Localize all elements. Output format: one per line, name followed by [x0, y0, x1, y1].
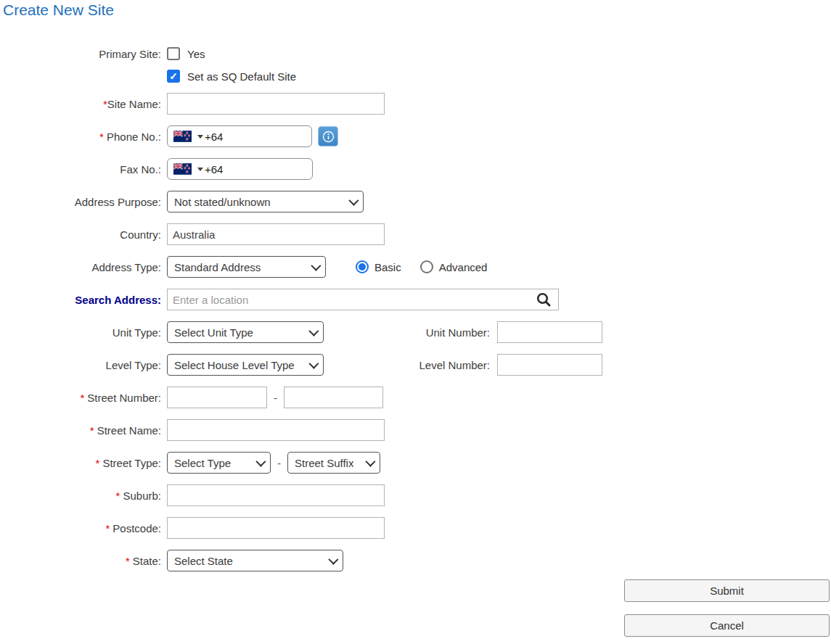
fax-row: Fax No.:	[0, 158, 831, 180]
state-row: *State: Select State	[0, 550, 831, 571]
basic-radio-label: Basic	[374, 261, 401, 273]
country-label: Country:	[0, 228, 161, 241]
submit-button[interactable]: Submit	[624, 579, 830, 602]
cancel-button[interactable]: Cancel	[624, 614, 830, 637]
dial-code-dropdown-icon[interactable]	[197, 168, 203, 171]
required-asterisk: *	[99, 131, 104, 143]
search-address-label: Search Address:	[0, 294, 161, 306]
postcode-label: *Postcode:	[0, 522, 161, 534]
address-purpose-row: Address Purpose: Not stated/unknown	[0, 191, 831, 212]
chevron-down-icon	[365, 457, 375, 467]
chevron-down-icon	[328, 555, 338, 565]
street-type-label: *Street Type:	[0, 457, 161, 469]
unit-number-label: Unit Number:	[324, 326, 490, 339]
new-zealand-flag-icon	[173, 163, 192, 175]
street-number-separator: -	[274, 392, 277, 404]
country-row: Country:	[0, 223, 831, 245]
street-number-from-input[interactable]	[167, 387, 267, 408]
street-number-label: *Street Number:	[0, 392, 161, 404]
chevron-down-icon	[348, 196, 359, 206]
address-type-label: Address Type:	[0, 261, 161, 273]
street-number-row: *Street Number: -	[0, 387, 831, 408]
fax-dial-code: +64	[205, 163, 223, 176]
level-number-label: Level Number:	[324, 359, 490, 371]
site-name-row: *Site Name:	[0, 93, 831, 115]
phone-input[interactable]: +64	[167, 125, 312, 147]
required-asterisk: *	[90, 424, 94, 437]
create-new-site-page: Create New Site Primary Site: Yes ✓ Set …	[0, 0, 831, 644]
unit-type-label: Unit Type:	[0, 326, 161, 339]
advanced-radio[interactable]	[420, 260, 433, 273]
phone-info-button[interactable]	[318, 126, 338, 146]
search-address-input[interactable]	[167, 289, 559, 310]
address-purpose-label: Address Purpose:	[0, 196, 161, 208]
primary-site-checkbox[interactable]	[167, 47, 180, 60]
site-name-input[interactable]	[167, 93, 385, 115]
street-name-row: *Street Name:	[0, 419, 831, 441]
chevron-down-icon	[308, 326, 319, 337]
unit-type-select[interactable]: Select Unit Type	[167, 321, 324, 343]
postcode-row: *Postcode:	[0, 517, 831, 539]
state-select[interactable]: Select State	[167, 550, 343, 571]
street-name-input[interactable]	[167, 419, 385, 441]
suburb-input[interactable]	[167, 484, 385, 506]
required-asterisk: *	[105, 522, 110, 534]
advanced-radio-label: Advanced	[439, 261, 488, 273]
level-type-select[interactable]: Select House Level Type	[167, 354, 324, 376]
unit-row: Unit Type: Select Unit Type Unit Number:	[0, 321, 831, 343]
primary-site-option-label: Yes	[187, 48, 205, 60]
street-type-separator: -	[277, 457, 281, 469]
new-zealand-flag-icon	[173, 131, 192, 142]
primary-site-row: Primary Site: Yes	[0, 46, 831, 61]
country-input[interactable]	[167, 223, 385, 245]
form-actions: Submit Cancel	[624, 579, 830, 637]
street-type-row: *Street Type: Select Type - Street Suffi…	[0, 452, 831, 474]
search-address-row: Search Address:	[0, 289, 831, 310]
sq-default-row: ✓ Set as SQ Default Site	[0, 69, 831, 83]
chevron-down-icon	[308, 359, 319, 369]
address-purpose-select[interactable]: Not stated/unknown	[167, 191, 364, 212]
fax-label: Fax No.:	[0, 163, 161, 176]
phone-row: *Phone No.:	[0, 125, 831, 147]
unit-number-input[interactable]	[497, 321, 602, 343]
state-label: *State:	[0, 555, 161, 567]
basic-radio[interactable]	[356, 260, 369, 273]
dial-code-dropdown-icon[interactable]	[197, 135, 203, 139]
page-title: Create New Site	[0, 0, 831, 19]
street-type-select[interactable]: Select Type	[167, 452, 271, 474]
chevron-down-icon	[311, 261, 321, 271]
suburb-row: *Suburb:	[0, 484, 831, 506]
address-type-select[interactable]: Standard Address	[167, 256, 326, 278]
check-icon: ✓	[169, 71, 178, 81]
info-icon	[322, 131, 335, 143]
level-number-input[interactable]	[497, 354, 602, 376]
sq-default-option-label: Set as SQ Default Site	[187, 70, 296, 83]
level-type-label: Level Type:	[0, 359, 161, 371]
street-suffix-select[interactable]: Street Suffix	[287, 452, 380, 474]
required-asterisk: *	[80, 392, 84, 404]
primary-site-label: Primary Site:	[0, 48, 161, 60]
create-site-form: Primary Site: Yes ✓ Set as SQ Default Si…	[0, 46, 831, 571]
level-row: Level Type: Select House Level Type Leve…	[0, 354, 831, 376]
street-number-to-input[interactable]	[284, 387, 383, 408]
sq-default-checkbox[interactable]: ✓	[167, 70, 180, 83]
suburb-label: *Suburb:	[0, 490, 161, 502]
phone-dial-code: +64	[205, 131, 223, 143]
address-type-row: Address Type: Standard Address Basic Adv…	[0, 256, 831, 278]
postcode-input[interactable]	[167, 517, 385, 539]
required-asterisk: *	[96, 457, 100, 469]
search-icon[interactable]	[536, 292, 552, 310]
required-asterisk: *	[116, 490, 120, 502]
chevron-down-icon	[255, 457, 266, 467]
required-asterisk: *	[126, 555, 130, 567]
site-name-label: *Site Name:	[0, 98, 161, 110]
phone-label: *Phone No.:	[0, 131, 161, 143]
fax-input[interactable]: +64	[167, 158, 313, 180]
street-name-label: *Street Name:	[0, 424, 161, 437]
